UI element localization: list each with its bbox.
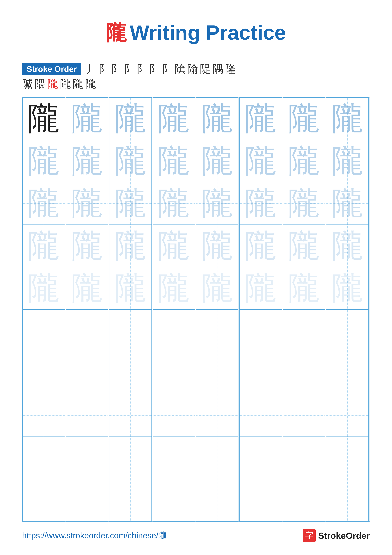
stroke-17: 隴 bbox=[73, 79, 84, 89]
practice-cell[interactable] bbox=[153, 437, 195, 479]
grid-cell: 隴 bbox=[22, 97, 65, 140]
grid-cell: 隴 bbox=[109, 267, 152, 309]
stroke-2: 阝 bbox=[99, 64, 109, 74]
practice-cell[interactable] bbox=[239, 479, 282, 521]
grid-cell: 隴 bbox=[326, 267, 369, 309]
practice-cell[interactable] bbox=[66, 394, 108, 437]
grid-cell: 隴 bbox=[153, 97, 195, 140]
practice-grid: 隴 隴 隴 隴 隴 隴 隴 隴 隴 隴 隴 隴 隴 隴 隴 隴 隴 隴 隴 隴 … bbox=[22, 97, 370, 522]
grid-cell: 隴 bbox=[326, 225, 369, 267]
practice-cell[interactable] bbox=[109, 479, 152, 521]
practice-cell[interactable] bbox=[66, 352, 108, 394]
practice-cell[interactable] bbox=[326, 479, 369, 521]
grid-cell: 隴 bbox=[66, 182, 108, 225]
grid-cell: 隴 bbox=[283, 140, 325, 182]
practice-cell[interactable] bbox=[283, 394, 325, 437]
stroke-10: 隄 bbox=[200, 64, 211, 74]
grid-cell: 隴 bbox=[66, 140, 108, 182]
grid-cell: 隴 bbox=[283, 267, 325, 309]
grid-cell: 隴 bbox=[66, 97, 108, 140]
practice-cell[interactable] bbox=[196, 479, 238, 521]
practice-cell[interactable] bbox=[153, 479, 195, 521]
practice-cell[interactable] bbox=[66, 309, 108, 352]
practice-cell[interactable] bbox=[196, 352, 238, 394]
practice-cell[interactable] bbox=[283, 437, 325, 479]
grid-cell: 隴 bbox=[22, 140, 65, 182]
grid-cell: 隴 bbox=[239, 140, 282, 182]
practice-cell[interactable] bbox=[22, 479, 65, 521]
practice-cell[interactable] bbox=[196, 437, 238, 479]
practice-cell[interactable] bbox=[22, 394, 65, 437]
practice-cell[interactable] bbox=[153, 394, 195, 437]
grid-cell: 隴 bbox=[66, 267, 108, 309]
practice-cell[interactable] bbox=[326, 394, 369, 437]
practice-cell[interactable] bbox=[22, 352, 65, 394]
stroke-order-section: Stroke Order ⼃ 阝 阝 阝 阝 阝 阝 隂 隃 隄 隅 隆 隇 隈… bbox=[0, 56, 392, 92]
practice-cell[interactable] bbox=[283, 352, 325, 394]
practice-grid-section: 隴 隴 隴 隴 隴 隴 隴 隴 隴 隴 隴 隴 隴 隴 隴 隴 隴 隴 隴 隴 … bbox=[0, 92, 392, 522]
stroke-12: 隆 bbox=[225, 64, 236, 74]
stroke-13: 隇 bbox=[22, 79, 33, 89]
practice-cell[interactable] bbox=[326, 437, 369, 479]
practice-cell[interactable] bbox=[109, 309, 152, 352]
grid-cell: 隴 bbox=[196, 182, 238, 225]
practice-cell[interactable] bbox=[109, 394, 152, 437]
practice-cell[interactable] bbox=[196, 394, 238, 437]
footer: https://www.strokeorder.com/chinese/隴 字 … bbox=[0, 529, 392, 542]
grid-cell: 隴 bbox=[22, 182, 65, 225]
practice-cell[interactable] bbox=[326, 352, 369, 394]
grid-cell: 隴 bbox=[239, 225, 282, 267]
grid-cell: 隴 bbox=[326, 182, 369, 225]
grid-cell: 隴 bbox=[239, 97, 282, 140]
stroke-order-badge: Stroke Order bbox=[22, 63, 81, 75]
practice-cell[interactable] bbox=[22, 437, 65, 479]
grid-cell: 隴 bbox=[196, 140, 238, 182]
practice-cell[interactable] bbox=[239, 437, 282, 479]
stroke-sequence: ⼃ 阝 阝 阝 阝 阝 阝 隂 隃 隄 隅 隆 bbox=[86, 64, 236, 74]
grid-cell: 隴 bbox=[109, 182, 152, 225]
practice-cell[interactable] bbox=[66, 479, 108, 521]
stroke-8: 隂 bbox=[175, 64, 185, 74]
stroke-sequence-row2: 隇 隈 隴 隴 隴 隴 bbox=[22, 79, 370, 89]
logo-text: StrokeOrder bbox=[318, 531, 370, 541]
practice-cell[interactable] bbox=[109, 437, 152, 479]
practice-cell[interactable] bbox=[239, 309, 282, 352]
practice-cell[interactable] bbox=[326, 309, 369, 352]
footer-url[interactable]: https://www.strokeorder.com/chinese/隴 bbox=[22, 530, 166, 541]
practice-cell[interactable] bbox=[239, 352, 282, 394]
grid-cell: 隴 bbox=[326, 140, 369, 182]
grid-cell: 隴 bbox=[153, 267, 195, 309]
stroke-5: 阝 bbox=[137, 64, 147, 74]
grid-cell: 隴 bbox=[109, 97, 152, 140]
grid-cell: 隴 bbox=[283, 225, 325, 267]
grid-cell: 隴 bbox=[283, 182, 325, 225]
grid-cell: 隴 bbox=[66, 225, 108, 267]
page-title: 隴Writing Practice bbox=[0, 0, 392, 56]
practice-cell[interactable] bbox=[153, 352, 195, 394]
stroke-4: 阝 bbox=[124, 64, 135, 74]
grid-cell: 隴 bbox=[196, 267, 238, 309]
stroke-11: 隅 bbox=[213, 64, 223, 74]
grid-cell: 隴 bbox=[153, 182, 195, 225]
stroke-18: 隴 bbox=[86, 79, 96, 89]
stroke-9: 隃 bbox=[187, 64, 198, 74]
grid-cell: 隴 bbox=[22, 267, 65, 309]
practice-cell[interactable] bbox=[22, 309, 65, 352]
stroke-14: 隈 bbox=[35, 79, 46, 89]
practice-cell[interactable] bbox=[153, 309, 195, 352]
practice-cell[interactable] bbox=[283, 479, 325, 521]
practice-cell[interactable] bbox=[66, 437, 108, 479]
grid-cell: 隴 bbox=[196, 97, 238, 140]
practice-cell[interactable] bbox=[239, 394, 282, 437]
practice-cell[interactable] bbox=[109, 352, 152, 394]
grid-cell: 隴 bbox=[239, 182, 282, 225]
footer-logo: 字 StrokeOrder bbox=[303, 529, 370, 542]
practice-cell[interactable] bbox=[283, 309, 325, 352]
grid-cell: 隴 bbox=[239, 267, 282, 309]
stroke-3: 阝 bbox=[111, 64, 122, 74]
stroke-6: 阝 bbox=[149, 64, 160, 74]
grid-cell: 隴 bbox=[283, 97, 325, 140]
grid-cell: 隴 bbox=[326, 97, 369, 140]
practice-cell[interactable] bbox=[196, 309, 238, 352]
stroke-7: 阝 bbox=[162, 64, 173, 74]
